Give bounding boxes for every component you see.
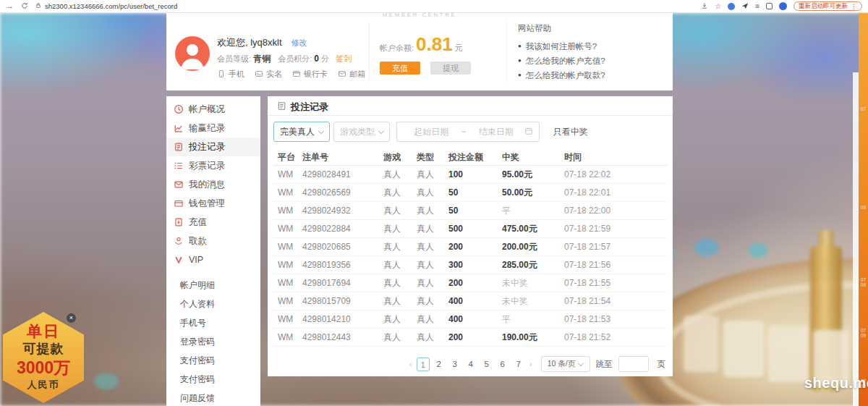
cell-platform: WM [273,238,302,255]
verify-item[interactable]: 银行卡 [292,69,328,80]
window-icon[interactable] [766,3,773,9]
page-button[interactable]: 2 [433,358,446,371]
cell-order-no: 4298012443 [302,329,383,346]
table-row: WM 4298022884 真人 真人 500 475.00元 07-18 21… [273,220,667,238]
page-button[interactable]: 7 [512,358,525,371]
page-button[interactable]: 3 [448,358,461,371]
next-page-button[interactable]: › [528,360,534,368]
member-panel: MEMBER CENTRE 欢迎您, lyq8xklt修改 会员等级: 青铜会员… [166,13,673,90]
help-block: 网站帮助 ● 我该如何注册帐号? ● 怎么给我的帐户充值? ● 怎么给我的帐户取… [518,23,605,83]
cell-platform: WM [273,220,302,237]
profile-avatar[interactable] [779,2,787,10]
vip-icon [173,255,184,266]
page-size-select[interactable]: 10 条/页 [541,356,590,372]
verify-item[interactable]: 邮箱 [338,69,365,80]
verify-item[interactable]: 手机 [217,69,244,80]
win-loss-icon [173,123,184,134]
avatar[interactable] [175,36,210,71]
cell-order-no: 4298024932 [302,202,383,219]
lottery-record-icon [173,161,184,172]
date-range-picker[interactable]: 起始日期 ~ 结束日期 [396,122,540,142]
cell-win: 平 [502,202,564,219]
page-button[interactable]: 5 [480,358,493,371]
sidebar-secondary-item[interactable]: 支付密码 [166,370,260,389]
cell-win: 50.00元 [502,184,564,201]
help-item[interactable]: ● 我该如何注册帐号? [518,39,605,54]
sidebar-secondary-item[interactable]: 个人资料 [166,295,260,313]
cell-win: 285.00元 [502,256,564,274]
sidebar-secondary-item[interactable]: 手机号 [166,313,260,332]
sidebar-secondary-item[interactable]: 支付密码 [166,351,260,370]
table-header-cell: 游戏 [383,148,417,165]
address-bar[interactable]: sh2300.x12346666.com/pc/user/bet_record [35,2,177,10]
promo-badge[interactable]: × 单日 可提款 3000万 人民币 [3,312,84,403]
promo-line4: 人民币 [3,378,84,392]
table-header-cell: 平台 [273,148,302,165]
sidebar-item[interactable]: 取款 [166,232,260,250]
bet-record-title-icon [277,101,286,113]
cell-time: 07-18 22:01 [564,184,667,201]
list-extension-icon[interactable]: ≡ [755,2,760,10]
balance-block: 帐户余额:0.81元 充值 提现 [380,33,471,75]
download-icon[interactable] [701,2,708,11]
jump-page-input[interactable] [618,356,649,372]
sidebar-item[interactable]: 输赢纪录 [166,119,260,138]
verify-item[interactable]: 实名 [255,69,282,80]
page-button[interactable]: 6 [496,358,509,371]
close-icon[interactable]: × [67,313,76,323]
signin-link[interactable]: 签到 [336,54,352,63]
withdraw-button[interactable]: 提现 [430,62,471,75]
table-header-cell: 时间 [564,148,667,165]
sidebar-item[interactable]: 帐户概况 [166,100,260,119]
welcome-line: 欢迎您, lyq8xklt修改 [217,36,307,49]
sidebar-secondary-item[interactable]: 帐户明细 [166,276,260,295]
table-row: WM 4298024932 真人 真人 50 平 07-18 22:00 [273,202,667,220]
pin-extension-icon[interactable] [741,2,749,11]
star-icon[interactable]: ☆ [715,2,721,10]
bullet-icon: ● [518,68,522,83]
recharge-button[interactable]: 充值 [380,62,420,75]
cell-type: 真人 [417,238,448,255]
table-row: WM 4298019356 真人 真人 300 285.00元 07-18 21… [273,256,667,274]
sidebar-item[interactable]: 充值 [166,213,260,232]
edit-link[interactable]: 修改 [292,38,307,47]
page-button[interactable]: 1 [417,358,430,371]
sidebar-item[interactable]: 我的消息 [166,175,260,194]
prev-page-button[interactable]: ‹ [408,360,414,368]
cell-order-no: 4298028491 [302,166,383,183]
cell-game: 真人 [383,274,417,292]
cell-time: 07-18 21:59 [564,220,667,237]
page-button[interactable]: 4 [464,358,477,371]
cell-game: 真人 [383,202,417,219]
sidebar-item[interactable]: VIP [166,250,260,269]
sidebar-item[interactable]: 彩票记录 [166,156,260,175]
sidebar-secondary-item[interactable]: 问题反馈 [166,389,260,406]
table-row: WM 4298014210 真人 真人 400 平 07-18 21:53 [273,310,667,329]
sidebar-item[interactable]: 投注记录 [166,138,260,156]
sidebar-item[interactable]: 钱包管理 [166,194,260,213]
promo-line1: 单日 [3,321,84,341]
chevron-down-icon [578,360,584,365]
cell-win: 200.00元 [502,238,564,255]
help-item[interactable]: ● 怎么给我的帐户充值? [518,54,605,68]
extension-blue-icon[interactable] [728,3,735,10]
bet-record-panel: 投注记录 完美真人 游戏类型 起始日期 ~ 结束日期 只看中奖 平台注单号游戏类… [268,96,673,376]
win-only-toggle[interactable]: 只看中奖 [553,126,588,138]
reload-icon[interactable] [21,2,28,11]
browser-toolbar: → sh2300.x12346666.com/pc/user/bet_recor… [0,0,868,13]
forward-icon[interactable]: → [6,2,14,10]
phone-icon [217,69,226,80]
sidebar-secondary-item[interactable]: 登录密码 [166,332,260,351]
game-type-select[interactable]: 游戏类型 [333,122,390,142]
cell-order-no: 4298026569 [302,184,383,201]
table-header-cell: 类型 [417,148,448,165]
platform-select[interactable]: 完美真人 [273,122,330,142]
cell-game: 真人 [383,184,417,201]
help-item[interactable]: ● 怎么给我的帐户取款? [518,68,605,83]
cell-platform: WM [273,184,302,201]
cell-game: 真人 [383,238,417,255]
cell-type: 真人 [417,274,448,292]
wallet-icon [173,198,184,209]
cell-amount: 100 [448,166,502,183]
update-button[interactable]: 重新启动即可更新 ⋮ [793,1,862,11]
